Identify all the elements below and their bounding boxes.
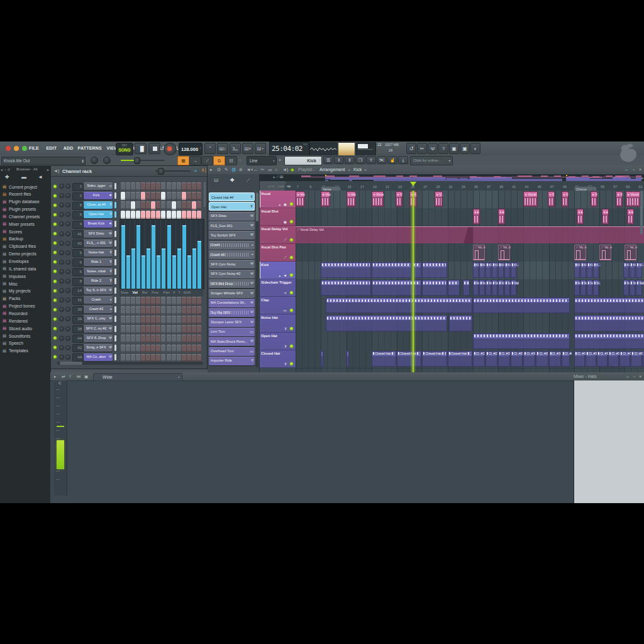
step-cell[interactable] <box>151 345 155 353</box>
browser-item[interactable]: ▤Project bones <box>0 303 50 310</box>
channel-button[interactable]: SFX C..sy #2Ψ <box>84 325 113 333</box>
graph-target-x[interactable]: X <box>173 291 175 294</box>
window-minimize-button[interactable]: – <box>625 167 628 172</box>
delete-tool-icon[interactable]: ⊘ <box>239 167 243 172</box>
browser-item[interactable]: ▤Speech <box>0 340 50 347</box>
snap-selector[interactable]: Line▸ <box>247 156 277 165</box>
channel-pan-knob[interactable] <box>59 231 64 236</box>
velocity-bar[interactable] <box>162 248 165 289</box>
channel-pan-knob[interactable] <box>59 345 64 350</box>
track-led[interactable] <box>290 362 293 365</box>
playhead-marker[interactable] <box>410 182 416 186</box>
picker-item[interactable]: Toy Rip SFXΨ <box>209 308 255 317</box>
step-cell[interactable] <box>136 192 140 200</box>
channel-pan-knob[interactable] <box>59 241 64 246</box>
step-cell[interactable] <box>151 211 155 219</box>
browser-item[interactable]: ▤Soundfonts <box>0 333 50 340</box>
window-close-dot[interactable] <box>6 146 11 151</box>
velocity-bar[interactable] <box>172 255 176 289</box>
window-minimize-dot[interactable] <box>14 146 19 151</box>
download-button[interactable]: ⤓ <box>398 156 408 164</box>
track-led[interactable] <box>290 238 293 242</box>
graph-target-shift[interactable]: Shift <box>184 291 191 294</box>
save-new-button[interactable]: ▣ <box>460 143 470 154</box>
magnet-icon[interactable]: Ω <box>218 167 221 172</box>
record-arm-icon[interactable]: ○ <box>239 158 242 162</box>
window-maximize-button[interactable]: ▫ <box>633 167 635 172</box>
step-cell[interactable] <box>141 211 145 219</box>
step-cell[interactable] <box>121 306 125 314</box>
channel-volume-knob[interactable] <box>65 279 70 284</box>
pattern-clip[interactable]: Closed Hat <box>422 351 447 367</box>
channel-led[interactable] <box>53 242 57 245</box>
menu-item-add[interactable]: ADD <box>64 146 74 150</box>
zoom-tool-icon[interactable]: ⌕ <box>275 167 278 172</box>
step-cell[interactable] <box>187 354 191 362</box>
step-cell[interactable] <box>151 325 155 333</box>
step-cell[interactable] <box>167 211 171 219</box>
channel-button[interactable]: Crash+ <box>84 296 113 304</box>
velocity-bar[interactable] <box>182 225 186 289</box>
channel-button[interactable]: Sidec..igger≺ <box>84 182 113 190</box>
step-cell[interactable] <box>126 211 130 219</box>
automation-icon[interactable]: ⟋ <box>284 238 287 242</box>
browser-item[interactable]: ▤Demo projects <box>0 251 50 258</box>
step-cell[interactable] <box>141 354 145 362</box>
velocity-bar[interactable] <box>126 255 130 289</box>
master-volume-knob[interactable] <box>91 157 98 164</box>
step-cell[interactable] <box>131 345 135 353</box>
pattern-clip[interactable]: Cl..#3 <box>619 351 630 367</box>
step-cell[interactable] <box>131 297 135 305</box>
step-cell[interactable] <box>182 316 186 324</box>
track-header-clap[interactable]: Clap...▭ <box>259 297 296 314</box>
menu-item-edit[interactable]: EDIT <box>46 146 57 150</box>
channel-led[interactable] <box>53 270 57 273</box>
channel-target-box[interactable]: 4 <box>72 221 84 229</box>
step-cell[interactable] <box>182 335 186 343</box>
punch-button[interactable]: ⌃ <box>204 143 216 154</box>
step-cell[interactable] <box>182 325 186 333</box>
select-tool-icon[interactable]: ▸ <box>210 167 213 172</box>
pattern-clip[interactable]: Sid..2 <box>504 280 510 296</box>
browser-fwd-icon[interactable]: ▸ <box>47 167 49 172</box>
channel-target-box[interactable]: 42 <box>72 344 84 352</box>
browser-item[interactable]: ▤Misc <box>0 280 50 287</box>
step-cell[interactable] <box>121 211 125 219</box>
step-cell[interactable] <box>146 316 150 324</box>
velocity-bar[interactable] <box>192 248 196 289</box>
channel-button[interactable]: Open HatŦ <box>84 211 113 218</box>
hat-icon[interactable]: Ŧ <box>284 362 287 366</box>
velocity-bar[interactable] <box>152 225 155 289</box>
channel-led[interactable] <box>53 318 57 321</box>
channel-target-box[interactable]: 6 <box>72 268 84 276</box>
channel-pan-knob[interactable] <box>59 269 64 274</box>
track-led[interactable] <box>290 309 293 312</box>
track-header-closed-hat[interactable]: Closed Hat...Ŧ <box>259 350 296 368</box>
step-cell[interactable] <box>141 316 145 324</box>
step-cell[interactable] <box>167 354 171 362</box>
picker-item[interactable]: MA StaticShock Retro..Ψ <box>209 337 255 346</box>
typing-keyboard-button[interactable]: ☷ <box>225 156 237 165</box>
audio-clip[interactable]: ▸ V..l <box>591 191 597 207</box>
step-cell[interactable] <box>141 335 145 343</box>
step-cell[interactable] <box>172 354 176 362</box>
audio-clip[interactable]: ▸ V..l <box>396 191 402 207</box>
channel-button[interactable]: SFX DistoΨ <box>84 230 113 238</box>
browser-back-icon[interactable]: ▸ ↑ ↺ <box>1 167 10 172</box>
channel-target-box[interactable]: 1 <box>72 183 84 191</box>
pattern-clip[interactable]: Ki..#2 <box>492 262 497 278</box>
velocity-bar[interactable] <box>197 241 201 289</box>
track-led[interactable] <box>290 256 293 259</box>
channel-pan-knob[interactable] <box>59 326 64 331</box>
step-cell[interactable] <box>121 297 125 305</box>
step-cell[interactable] <box>146 345 150 353</box>
channel-led[interactable] <box>53 327 57 330</box>
step-cell[interactable] <box>187 345 191 353</box>
step-cell[interactable] <box>141 297 145 305</box>
metronome-button[interactable]: Ш○ <box>217 143 228 154</box>
drum-icon[interactable]: ▭ <box>283 308 287 313</box>
step-cell[interactable] <box>187 201 191 209</box>
pattern-selector[interactable]: Kick↕ <box>284 156 322 165</box>
step-cell[interactable] <box>136 182 140 191</box>
picker-item[interactable]: Crash #2+ <box>209 250 255 259</box>
